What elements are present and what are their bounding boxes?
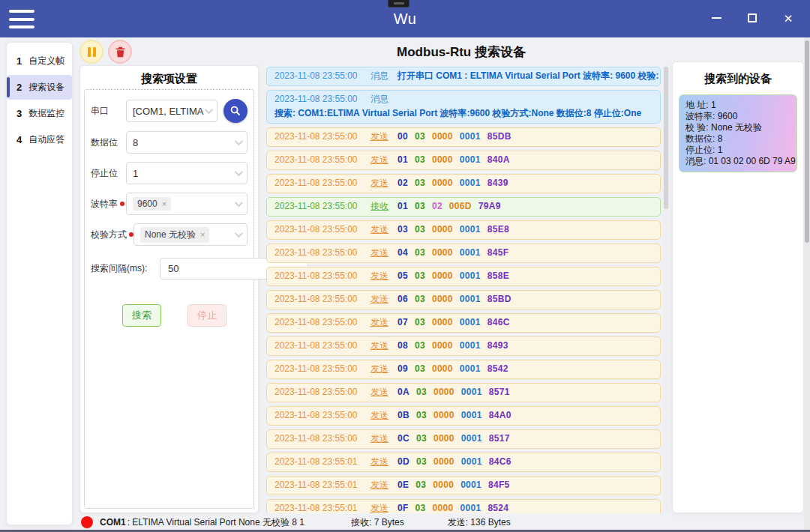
log-timestamp: 2023-11-08 23:55:00	[274, 410, 370, 420]
log-timestamp: 2023-11-08 23:55:00	[274, 387, 370, 397]
log-hex-bytes: 070300000001846C	[398, 317, 517, 327]
clear-log-button[interactable]	[108, 40, 132, 64]
log-row: 2023-11-08 23:55:01发送0E030000000184F5	[266, 476, 661, 495]
log-hex-bytes: 0203000000018439	[398, 178, 515, 188]
log-timestamp: 2023-11-08 23:55:00	[274, 340, 370, 351]
baud-rate-select[interactable]: 9600×	[126, 193, 248, 215]
log-direction-tag: 消息	[370, 93, 388, 106]
interval-label: 搜索间隔(ms):	[91, 262, 160, 275]
serial-port-label: 串口	[91, 105, 126, 118]
parity-select[interactable]: None 无校验×	[134, 223, 248, 246]
close-button[interactable]: ✕	[774, 6, 802, 30]
toolbar	[80, 40, 132, 64]
log-timestamp: 2023-11-08 23:55:00	[274, 94, 370, 104]
serial-port-select[interactable]: [COM1, ELTIMA Virtu	[126, 100, 218, 122]
remove-tag-icon[interactable]: ×	[162, 199, 166, 208]
device-card[interactable]: 地 址: 1 波特率: 9600 校 验: None 无校验 数据位: 8 停止…	[679, 94, 797, 172]
sidebar-item-label: 自动应答	[28, 133, 64, 146]
log-hex-bytes: 0903000000018542	[398, 363, 515, 374]
log-hex-bytes: 0D030000000184C6	[398, 456, 518, 467]
maximize-icon	[748, 13, 757, 22]
log-row: 2023-11-08 23:55:00发送03030000000185E8	[266, 220, 661, 240]
log-row: 2023-11-08 23:55:00发送0203000000018439	[266, 174, 661, 193]
log-timestamp: 2023-11-08 23:55:00	[274, 363, 370, 374]
data-bits-select[interactable]: 8	[126, 131, 248, 154]
log-direction-tag: 发送	[370, 502, 388, 513]
sidebar-item-search-device[interactable]: 2 搜索设备	[7, 75, 72, 100]
log-row: 2023-11-08 23:55:00消息打开串口 COM1 : ELTIMA …	[266, 67, 661, 86]
log-row: 2023-11-08 23:55:00发送070300000001846C	[266, 313, 661, 333]
device-address: 地 址: 1	[686, 100, 790, 111]
window-scrollbar	[804, 37, 810, 530]
log-direction-tag: 发送	[370, 177, 388, 190]
stop-bits-value: 1	[133, 168, 138, 179]
screen-overlay	[388, 0, 410, 7]
window-scrollbar-thumb[interactable]	[805, 40, 809, 243]
log-row: 2023-11-08 23:55:00发送010300000001840A	[266, 151, 661, 170]
log-timestamp: 2023-11-08 23:55:00	[274, 247, 370, 258]
parity-tag: None 无校验×	[140, 227, 209, 243]
maximize-button[interactable]	[738, 6, 766, 30]
log-direction-tag: 发送	[370, 339, 388, 352]
status-detail: : ELTIMA Virtual Serial Port None 无校验 8 …	[128, 516, 304, 529]
stop-bits-select[interactable]: 1	[126, 162, 248, 184]
sidebar: 1 自定义帧 2 搜索设备 3 数据监控 4 自动应答	[6, 42, 73, 525]
sidebar-item-data-monitor[interactable]: 3 数据监控	[7, 101, 72, 126]
parity-label: 校验方式	[91, 229, 134, 241]
log-direction-tag: 发送	[370, 386, 388, 399]
settings-form: 串口 [COM1, ELTIMA Virtu 数据位 8 停止位 1	[84, 89, 254, 509]
page-title: Modbus-Rtu 搜索设备	[262, 43, 660, 61]
log-hex-bytes: 010302006D79A9	[398, 201, 508, 211]
chevron-down-icon	[235, 199, 243, 207]
log-hex-bytes: 0B030000000184A0	[398, 410, 518, 420]
hamburger-menu-icon[interactable]	[9, 10, 34, 28]
log-hex-bytes: 0E030000000184F5	[398, 480, 517, 490]
status-tx-bytes: 发送: 136 Bytes	[448, 516, 511, 529]
sidebar-item-auto-answer[interactable]: 4 自动应答	[7, 127, 72, 152]
stop-button[interactable]: 停止	[188, 304, 226, 327]
log-hex-bytes: 0A03000000018571	[398, 387, 517, 397]
status-bar: COM1 : ELTIMA Virtual Serial Port None 无…	[75, 515, 810, 530]
chevron-down-icon	[205, 106, 213, 114]
log-timestamp: 2023-11-08 23:55:01	[274, 503, 370, 513]
log-row: 2023-11-08 23:55:00发送0C03000000018517	[266, 429, 661, 449]
chevron-down-icon	[235, 168, 243, 176]
log-direction-tag: 发送	[370, 247, 388, 259]
log-hex-bytes: 0F03000000018524	[398, 503, 515, 513]
log-row: 2023-11-08 23:55:01发送0F03000000018524	[266, 499, 661, 513]
sidebar-item-custom-frame[interactable]: 1 自定义帧	[7, 49, 72, 73]
found-devices-panel: 搜索到的设备 地 址: 1 波特率: 9600 校 验: None 无校验 数据…	[672, 61, 804, 513]
data-bits-label: 数据位	[91, 136, 126, 149]
data-bits-value: 8	[133, 137, 138, 148]
log-direction-tag: 发送	[370, 456, 388, 468]
log-row: 2023-11-08 23:55:00发送0A03000000018571	[266, 383, 661, 402]
refresh-ports-button[interactable]	[224, 99, 248, 123]
log-direction-tag: 发送	[370, 432, 388, 445]
pause-icon	[88, 47, 91, 57]
log-row: 2023-11-08 23:55:00发送00030000000185DB	[266, 127, 661, 147]
found-devices-title: 搜索到的设备	[673, 62, 803, 86]
log-timestamp: 2023-11-08 23:55:00	[274, 201, 370, 211]
device-baud: 波特率: 9600	[686, 111, 790, 122]
log-timestamp: 2023-11-08 23:55:00	[274, 294, 370, 304]
minimize-button[interactable]	[702, 6, 730, 30]
log-row: 2023-11-08 23:55:00发送0B030000000184A0	[266, 406, 661, 426]
required-dot-icon	[120, 202, 124, 206]
log-direction-tag: 发送	[370, 154, 388, 166]
settings-title: 搜索项设置	[80, 66, 258, 86]
log-timestamp: 2023-11-08 23:55:01	[274, 456, 370, 467]
connection-status-icon	[81, 516, 93, 528]
log-timestamp: 2023-11-08 23:55:00	[274, 224, 370, 235]
log-timestamp: 2023-11-08 23:55:00	[274, 317, 370, 327]
log-list: 2023-11-08 23:55:00消息打开串口 COM1 : ELTIMA …	[266, 67, 661, 513]
log-hex-bytes: 00030000000185DB	[398, 131, 518, 142]
pause-button[interactable]	[80, 40, 104, 64]
log-row: 2023-11-08 23:55:00发送040300000001845F	[266, 244, 661, 263]
log-direction-tag: 发送	[370, 479, 388, 492]
trash-icon	[114, 46, 127, 58]
log-hex-bytes: 010300000001840A	[398, 154, 517, 165]
log-timestamp: 2023-11-08 23:55:00	[274, 178, 370, 188]
remove-tag-icon[interactable]: ×	[200, 230, 205, 239]
search-button[interactable]: 搜索	[122, 304, 161, 327]
log-scrollbar-thumb[interactable]	[664, 67, 668, 209]
